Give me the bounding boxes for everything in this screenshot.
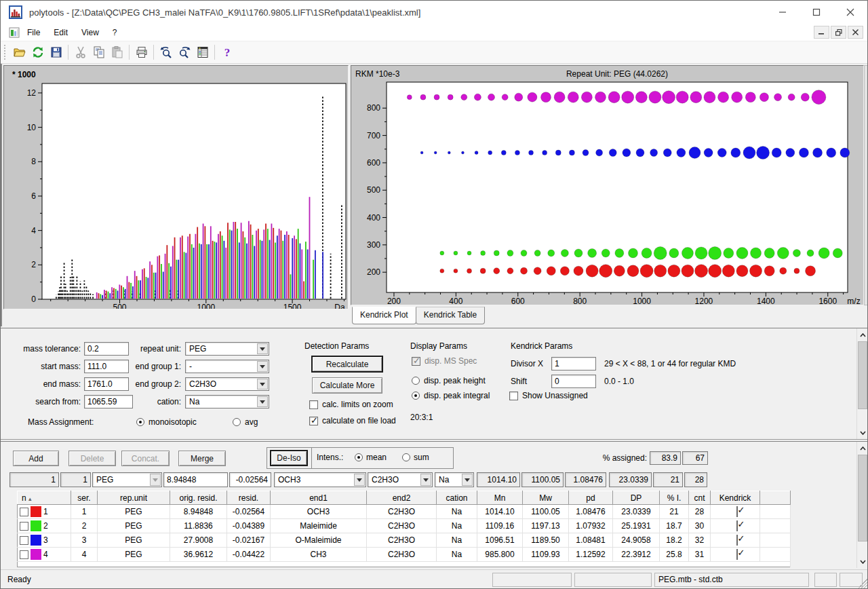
merge-button[interactable]: Merge — [178, 451, 226, 466]
cut-icon[interactable] — [71, 43, 90, 61]
menu-file[interactable]: File — [20, 26, 47, 39]
chevron-down-icon[interactable] — [420, 474, 431, 486]
toolbar-grip[interactable] — [4, 45, 6, 60]
edit-rep-unit-dropdown[interactable]: PEG — [92, 472, 162, 487]
plot-splitter[interactable] — [864, 65, 868, 305]
scroll-up-icon[interactable] — [857, 442, 868, 454]
avg-radio[interactable] — [233, 418, 241, 426]
end-group1-dropdown[interactable]: - — [185, 360, 269, 373]
scroll-up-icon[interactable] — [857, 329, 868, 341]
chevron-down-icon[interactable] — [354, 474, 365, 486]
column-header-rep-unit[interactable]: rep.unit — [98, 491, 170, 505]
chevron-down-icon[interactable] — [462, 474, 473, 486]
column-header-n[interactable]: n ▴ — [18, 491, 71, 505]
chevron-down-icon[interactable] — [257, 379, 268, 390]
refresh-icon[interactable] — [28, 43, 47, 61]
series-scrollbar[interactable] — [856, 442, 868, 568]
zoom-next-icon[interactable] — [175, 43, 193, 61]
minimize-button[interactable] — [766, 1, 800, 24]
help-icon[interactable]: ? — [218, 43, 236, 61]
kendrick-checkbox[interactable] — [736, 535, 738, 546]
row-select-checkbox[interactable] — [20, 522, 28, 531]
column-header-cation[interactable]: cation — [437, 491, 477, 505]
resize-grip-icon[interactable] — [858, 579, 867, 588]
print-icon[interactable] — [132, 43, 151, 61]
calculate-more-button[interactable]: Calculate More — [312, 377, 382, 394]
column-header-mn[interactable]: Mn — [477, 491, 523, 505]
table-row[interactable]: 44PEG36.9612-0.04422CH3C2H3ONa985.800110… — [18, 548, 791, 562]
maximize-button[interactable] — [800, 1, 833, 24]
paste-icon[interactable] — [108, 43, 126, 61]
calc-limits-checkbox[interactable] — [309, 400, 318, 409]
disp-peak-integral-radio[interactable] — [412, 392, 420, 400]
chevron-down-icon[interactable] — [257, 396, 268, 407]
mdi-restore-button[interactable] — [831, 26, 846, 39]
intens-mean-radio[interactable] — [355, 453, 363, 461]
kendrick-plot-chart[interactable]: RKM *10e-3Repeat Unit: PEG (44.0262)2003… — [351, 66, 863, 305]
scroll-thumb[interactable] — [858, 341, 867, 409]
show-unassigned-checkbox[interactable] — [509, 392, 518, 400]
open-icon[interactable] — [10, 43, 28, 61]
delete-button[interactable]: Delete — [68, 451, 116, 466]
series-color-swatch — [31, 549, 41, 560]
peak-list-icon[interactable] — [193, 43, 212, 61]
kendrick-checkbox[interactable] — [736, 506, 738, 517]
disp-peak-height-radio[interactable] — [412, 377, 420, 385]
column-header-cnt[interactable]: cnt — [689, 491, 711, 505]
edit-end1-dropdown[interactable]: OCH3 — [274, 472, 366, 487]
scroll-thumb[interactable] — [858, 455, 867, 542]
close-button[interactable] — [833, 1, 867, 24]
row-select-checkbox[interactable] — [20, 508, 28, 516]
calc-on-load-checkbox[interactable] — [309, 417, 318, 425]
toolbar-separator — [153, 45, 154, 60]
kendrick-checkbox[interactable] — [736, 520, 738, 531]
table-row[interactable]: 33PEG27.9008-0.02167O-MaleimideC2H3ONa10… — [18, 533, 791, 548]
column-header-pd[interactable]: pd — [569, 491, 613, 505]
shift-input[interactable]: 0 — [551, 375, 596, 388]
row-select-checkbox[interactable] — [20, 550, 28, 559]
divisor-input[interactable]: 1 — [551, 357, 596, 370]
recalculate-button[interactable]: Recalculate — [311, 356, 383, 373]
concat-button[interactable]: Concat. — [121, 451, 170, 466]
menu-view[interactable]: View — [75, 26, 106, 39]
column-header-ser-[interactable]: ser. — [71, 491, 98, 505]
column-header-kendrick[interactable]: Kendrick — [711, 491, 760, 505]
edit-end2-dropdown[interactable]: C2H3O — [368, 472, 433, 487]
mdi-close-button[interactable] — [848, 26, 863, 39]
add-button[interactable]: Add — [13, 451, 59, 466]
intens-sum-radio[interactable] — [402, 453, 410, 461]
zoom-previous-icon[interactable] — [157, 43, 175, 61]
table-row[interactable]: 11PEG8.94848-0.02564OCH3C2H3ONa1014.1011… — [18, 505, 791, 519]
mdi-minimize-button[interactable] — [814, 26, 829, 39]
monoisotopic-radio[interactable] — [136, 418, 144, 426]
edit-cation-dropdown[interactable]: Na — [435, 472, 474, 487]
tab-kendrick-table[interactable]: Kendrick Table — [416, 307, 486, 324]
chevron-down-icon[interactable] — [257, 361, 268, 372]
edit-orig-resid-input[interactable]: 8.94848 — [163, 472, 228, 487]
kendrick-checkbox[interactable] — [736, 549, 738, 560]
menu-edit[interactable]: Edit — [47, 26, 75, 39]
end-group2-dropdown[interactable]: C2H3O — [185, 377, 269, 391]
params-scrollbar[interactable] — [856, 328, 868, 439]
scroll-down-icon[interactable] — [857, 556, 868, 567]
column-header-resid-[interactable]: resid. — [227, 491, 271, 505]
menu-help[interactable]: ? — [106, 26, 124, 39]
mass-spectrum-chart[interactable]: * 100002468101250010001500Da — [4, 66, 348, 309]
save-icon[interactable] — [47, 43, 65, 61]
column-header-mw[interactable]: Mw — [523, 491, 569, 505]
scroll-down-icon[interactable] — [857, 427, 868, 438]
column-header-blank[interactable] — [760, 491, 791, 505]
chevron-down-icon[interactable] — [257, 343, 268, 354]
table-row[interactable]: 22PEG11.8836-0.04389MaleimideC2H3ONa1109… — [18, 519, 791, 533]
column-header-dp[interactable]: DP — [613, 491, 660, 505]
cation-dropdown[interactable]: Na — [185, 395, 269, 408]
column-header-end1[interactable]: end1 — [271, 491, 367, 505]
repeat-unit-dropdown[interactable]: PEG — [185, 342, 269, 356]
copy-icon[interactable] — [90, 43, 108, 61]
column-header-orig-resid-[interactable]: orig. resid. — [170, 491, 227, 505]
tab-kendrick-plot[interactable]: Kendrick Plot — [352, 307, 416, 324]
deiso-button[interactable]: De-Iso — [270, 450, 308, 466]
column-header--i-[interactable]: % I. — [660, 491, 689, 505]
column-header-end2[interactable]: end2 — [367, 491, 437, 505]
row-select-checkbox[interactable] — [20, 536, 28, 545]
